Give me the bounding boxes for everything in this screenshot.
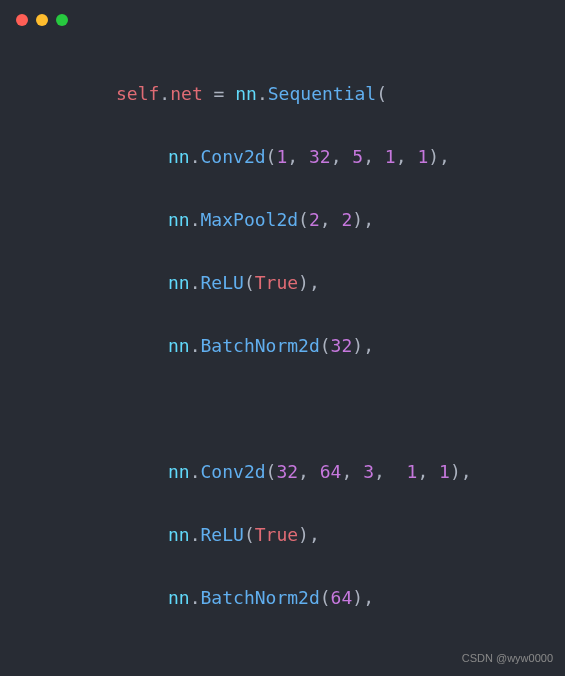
maximize-icon[interactable] <box>56 14 68 26</box>
code-line: nn.ReLU(True), <box>116 267 545 299</box>
code-line: nn.BatchNorm2d(32), <box>116 330 545 362</box>
code-line: nn.ReLU(True), <box>116 519 545 551</box>
window-titlebar <box>0 0 565 36</box>
code-line: nn.Conv2d(1, 32, 5, 1, 1), <box>116 141 545 173</box>
watermark-text: CSDN @wyw0000 <box>462 649 553 668</box>
code-line <box>116 393 545 425</box>
close-icon[interactable] <box>16 14 28 26</box>
code-line: nn.Conv2d(32, 64, 3, 1, 1), <box>116 456 545 488</box>
code-line: self.net = nn.Sequential( <box>116 78 545 110</box>
code-block: self.net = nn.Sequential( nn.Conv2d(1, 3… <box>0 36 565 676</box>
keyword-self: self <box>116 83 159 104</box>
code-line: nn.BatchNorm2d(64), <box>116 582 545 614</box>
minimize-icon[interactable] <box>36 14 48 26</box>
code-line: nn.MaxPool2d(2, 2), <box>116 204 545 236</box>
